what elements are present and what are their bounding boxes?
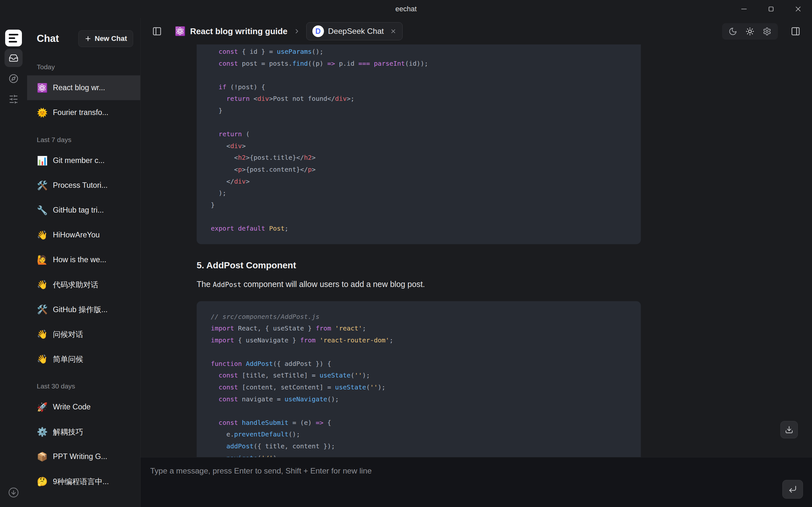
hammer-wrench-icon: 🛠️ — [37, 180, 48, 191]
close-tab-button[interactable] — [390, 28, 397, 35]
close-icon — [794, 5, 802, 13]
code-line: const navigate = useNavigate(); — [211, 393, 627, 405]
rail-item-discover[interactable] — [4, 69, 22, 88]
app-logo[interactable] — [5, 30, 22, 46]
code-line — [211, 405, 627, 417]
compass-icon — [9, 74, 18, 83]
rail-scroll-down-button[interactable] — [8, 487, 19, 498]
sliders-icon — [9, 94, 18, 104]
thinking-face-icon: 🤔 — [37, 476, 48, 487]
inbox-icon — [9, 53, 18, 63]
gear-icon: ⚙️ — [37, 427, 48, 437]
chat-item-label: GitHub tag tri... — [53, 206, 104, 215]
new-chat-button[interactable]: New Chat — [78, 30, 133, 47]
code-line: return ( — [211, 128, 627, 140]
scroll-to-bottom-button[interactable] — [780, 421, 798, 438]
sidebar: Chat New Chat Today⚛️React blog wr...🌞Fo… — [27, 18, 141, 507]
wave-icon: 👋 — [37, 280, 48, 290]
dark-mode-button[interactable] — [728, 27, 737, 36]
react-icon: ⚛️ — [37, 83, 48, 93]
assistant-message: const { id } = useParams(); const post =… — [197, 45, 641, 457]
code-line: ); — [211, 187, 627, 199]
sun-face-icon: 🌞 — [37, 108, 48, 118]
rail-item-settings[interactable] — [4, 90, 22, 108]
composer — [141, 457, 812, 507]
close-icon — [390, 28, 397, 35]
code-line — [211, 117, 627, 128]
chat-history-item[interactable]: 📊Git member c... — [27, 148, 140, 173]
code-line: function AddPost({ addPost }) { — [211, 358, 627, 370]
chat-messages: const { id } = useParams(); const post =… — [141, 45, 812, 457]
chat-history-item[interactable]: 👋简单问候 — [27, 347, 140, 372]
logo-bar — [9, 37, 15, 39]
minimize-icon — [740, 5, 748, 13]
message-input[interactable] — [150, 466, 760, 498]
maximize-button[interactable] — [767, 5, 775, 13]
code-line — [211, 346, 627, 358]
chat-item-label: How is the we... — [53, 256, 106, 264]
chat-item-label: Fourier transfo... — [53, 108, 108, 117]
inline-code: AddPost — [213, 281, 242, 289]
light-mode-button[interactable] — [746, 27, 754, 36]
message-heading: 5. AddPost Component — [197, 260, 641, 271]
raising-hand-icon: 🙋 — [37, 255, 48, 265]
chat-item-label: 简单问候 — [53, 354, 83, 364]
code-line: } — [211, 199, 627, 211]
settings-button[interactable] — [763, 27, 771, 36]
chat-history-item[interactable]: 🤔9种编程语言中... — [27, 469, 140, 494]
rail-item-chats[interactable] — [4, 49, 22, 67]
close-window-button[interactable] — [794, 5, 802, 13]
code-line: const { id } = useParams(); — [211, 46, 627, 58]
code-line: <h2>{post.title}</h2> — [211, 152, 627, 164]
chat-item-label: PPT Writing G... — [53, 452, 107, 461]
code-line — [211, 69, 627, 81]
nav-rail — [0, 18, 27, 507]
maximize-icon — [767, 5, 775, 13]
sidebar-title: Chat — [37, 33, 59, 45]
chat-item-label: 问候对话 — [53, 329, 83, 339]
code-line: e.preventDefault(); — [211, 429, 627, 440]
chat-history-item[interactable]: 🙋How is the we... — [27, 247, 140, 272]
model-tab-label: DeepSeek Chat — [328, 27, 384, 36]
chat-history-item[interactable]: ⚛️React blog wr... — [27, 75, 140, 100]
chat-history-item[interactable]: 👋HiHowAreYou — [27, 223, 140, 247]
chat-item-label: 代码求助对话 — [53, 280, 98, 290]
package-icon: 📦 — [37, 452, 48, 462]
deepseek-logo: D — [312, 25, 324, 37]
chat-history-item[interactable]: 🛠️GitHub 操作版... — [27, 297, 140, 322]
hammer-wrench-icon: 🛠️ — [37, 304, 48, 315]
send-button[interactable] — [782, 480, 803, 499]
theme-switcher — [722, 23, 778, 40]
message-paragraph: The AddPost component will allow users t… — [197, 280, 641, 289]
minimize-button[interactable] — [740, 5, 748, 13]
chat-history-item[interactable]: 👋问候对话 — [27, 322, 140, 347]
code-line: navigate('/'); — [211, 452, 627, 457]
code-line: import { useNavigate } from 'react-route… — [211, 334, 627, 346]
right-panel-toggle-button[interactable] — [791, 26, 800, 36]
code-block: // src/components/AddPost.jsimport React… — [197, 301, 641, 457]
conversation-title: React blog writing guide — [190, 26, 288, 37]
chat-history-item[interactable]: 🛠️Process Tutori... — [27, 173, 140, 198]
window-title: eechat — [395, 5, 416, 13]
history-section-label: Last 7 days — [27, 125, 140, 148]
chat-history-list: Today⚛️React blog wr...🌞Fourier transfo.… — [27, 51, 140, 507]
chat-history-item[interactable]: 👋代码求助对话 — [27, 272, 140, 297]
sun-icon — [746, 27, 754, 36]
chat-history-item[interactable]: ⚙️解耦技巧 — [27, 419, 140, 444]
paragraph-text: The — [197, 280, 213, 289]
model-tab[interactable]: D DeepSeek Chat — [306, 22, 403, 40]
code-line: return <div>Post not found</div>; — [211, 93, 627, 105]
chat-item-label: Write Code — [53, 403, 91, 411]
chat-history-item[interactable]: 🌞Fourier transfo... — [27, 100, 140, 125]
react-icon: ⚛️ — [175, 26, 186, 37]
chat-main: ⚛️ React blog writing guide D DeepSeek C… — [141, 18, 812, 507]
paragraph-text: component will allow users to add a new … — [242, 280, 425, 289]
wave-icon: 👋 — [37, 354, 48, 364]
chat-history-item[interactable]: 🔧GitHub tag tri... — [27, 198, 140, 223]
code-line: const [content, setContent] = useState('… — [211, 381, 627, 393]
code-line: if (!post) { — [211, 81, 627, 93]
chat-history-item[interactable]: 🚀Write Code — [27, 395, 140, 419]
chat-history-item[interactable]: 📦PPT Writing G... — [27, 444, 140, 469]
sidebar-toggle-button[interactable] — [152, 26, 162, 36]
code-line: const handleSubmit = (e) => { — [211, 417, 627, 429]
